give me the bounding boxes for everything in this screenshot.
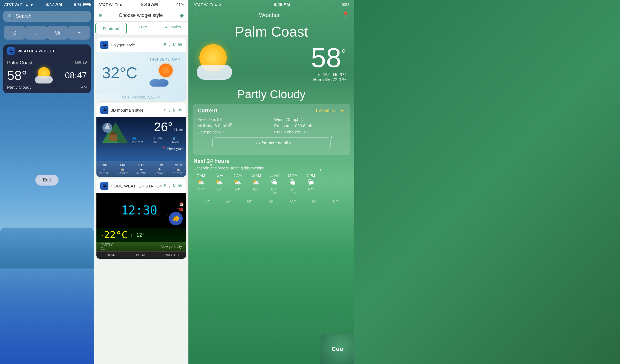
mountain-app-icon: 🌤 <box>100 106 108 114</box>
mountain-temp-range: 🌡 29-36° <box>153 136 167 144</box>
polygon-price[interactable]: Buy: $1.99 <box>164 43 182 47</box>
screen2: AT&T Wi-Fi ▲ 8:46 AM 91% ≡ Choose widget… <box>94 0 188 364</box>
station-card[interactable]: 🌤 HOME WEATHER STATION Buy: $1.99 🌧 12:3… <box>96 179 186 259</box>
station-card-header: 🌤 HOME WEATHER STATION Buy: $1.99 <box>96 179 186 193</box>
weather-app-icon: 🌤 <box>7 47 15 55</box>
mountain-price[interactable]: Buy: $1.99 <box>164 108 182 112</box>
s3-next24-desc: Light rain and breezy starting this even… <box>193 166 349 170</box>
s3-bottom-temps: 57° 58° 60° 62° 65° 67° 67° <box>193 198 349 205</box>
hour-now-label: Now <box>212 174 227 178</box>
bottom-temp-2: 58° <box>226 199 231 203</box>
s3-weather-alerts[interactable]: ℹ Weather alerts <box>316 108 345 113</box>
station-nav-forecast[interactable]: FORECAST <box>156 252 186 259</box>
hour-now: Now ⛅ 58° <box>212 174 227 195</box>
weather-ampm-s1: AM <box>81 85 87 89</box>
hour-7am: 7 AM ⛅ 57° <box>193 174 208 195</box>
hour-9am-icon: ⛅ <box>230 179 245 186</box>
station-temp-small: ↓ 12° <box>130 232 145 238</box>
mountain-temp: 26° <box>154 120 173 134</box>
tab-free[interactable]: Free <box>128 22 158 35</box>
station-city-label: New york city <box>116 244 182 249</box>
calc-btn-0[interactable]: 0 <box>4 26 25 40</box>
mountain-name-wrap: 🌤 3D mountain style <box>100 106 143 114</box>
station-therm-icon: 🌡 <box>101 233 104 237</box>
polygon-card-name: Polygon style <box>111 43 135 47</box>
search-bar[interactable]: 🔍 Search <box>3 11 91 22</box>
station-nav-detail[interactable]: DETAIL <box>126 252 156 259</box>
s3-sun-cloud-illustration <box>197 44 240 82</box>
polygon-location: SAN FRANCISCO, 12 PM <box>96 94 186 101</box>
hour-1pm: 1 PM 🌦 67° <box>303 174 318 195</box>
station-nav-home[interactable]: HOME <box>96 252 126 259</box>
hour-10am-icon: ⛅ <box>248 179 263 186</box>
mountain-style-card[interactable]: 🌤 3D mountain style Buy: $1.99 <box>96 103 186 177</box>
carrier-text: AT&T Wi-Fi <box>4 2 23 7</box>
station-date: TUE <box>177 207 183 211</box>
hour-12pm-icon: 🌦 <box>285 179 300 186</box>
hour-1pm-icon: 🌦 <box>303 179 318 186</box>
edit-button[interactable]: Edit <box>35 175 58 186</box>
bottom-temp-3: 60° <box>247 199 253 203</box>
s3-feels-like: Feels like: 58° <box>197 117 268 122</box>
hamburger-icon[interactable]: ≡ <box>99 12 102 19</box>
bottom-temp-1: 57° <box>204 199 210 203</box>
forecast-sun: SUN 🌩 27°/30° <box>155 163 165 175</box>
weather-widget-title: WEATHER WIDGET <box>17 49 55 53</box>
s3-temperature: 58 <box>311 44 341 71</box>
mountain-forecast-bar: THU ☀ 27°/30° FRI ⛅ 27°/30° SAT 🌧 27°/30… <box>96 161 186 177</box>
hour-12pm-label: 12 PM <box>285 174 300 178</box>
s3-condition: Partly Cloudy <box>188 88 354 101</box>
s3-time: 8:49 AM <box>274 2 290 7</box>
s3-status-right: 90% <box>342 2 349 7</box>
s3-carrier: AT&T Wi-Fi <box>193 2 213 7</box>
s2-status-right: 91% <box>176 2 184 7</box>
tab-featured[interactable]: Featured <box>95 23 127 34</box>
location-icon: ➤ <box>30 2 34 7</box>
s3-location-icon[interactable]: 📍 <box>342 11 349 19</box>
calc-btn-plus[interactable]: + <box>68 26 90 40</box>
more-detail-button[interactable]: Click for more detail > <box>212 138 330 148</box>
hour-now-icon: ⛅ <box>212 179 227 186</box>
s3-battery: 90% <box>342 2 349 7</box>
screen2-status-bar: AT&T Wi-Fi ▲ 8:46 AM 91% <box>94 0 188 9</box>
s3-next24-title: Next 24 hours <box>193 158 349 164</box>
mountain-preview: 26° Rain 👥 20Km/h 🌡 29-36° 💧 65% 📍 New y… <box>96 117 186 177</box>
weather-widget-card: 🌤 WEATHER WIDGET Palm Coast Mar 19 58° 0… <box>3 44 91 93</box>
hour-11am: 11 AM 🌦 65° 9% <box>267 174 282 195</box>
mountain-location-label: 📍 New york <box>132 146 183 151</box>
mountain-card-header: 🌤 3D mountain style Buy: $1.99 <box>96 103 186 117</box>
calc-btn-percent[interactable]: % <box>47 26 68 40</box>
forecast-thu: THU ☀ 27°/30° <box>99 163 109 175</box>
time-display: 8:47 AM <box>45 2 62 7</box>
polygon-icon-wrap <box>149 64 174 88</box>
polygon-app-icon: 🌤 <box>100 41 108 49</box>
polygon-name-wrap: 🌤 Polygon style <box>100 41 135 49</box>
s3-wind: Wind: 70 mph N <box>274 117 346 122</box>
s2-time: 8:46 AM <box>141 2 158 7</box>
station-cal-icon: 📅 <box>179 202 183 206</box>
screen3: AT&T Wi-Fi ▲ ➤ 8:49 AM 90% ≡ Weather 📍 P… <box>188 0 354 364</box>
s3-hamburger-icon[interactable]: ≡ <box>193 12 197 18</box>
s2-battery: 91% <box>176 2 184 7</box>
hour-12pm-precip: 11% <box>285 191 300 195</box>
extra-bg-fill <box>354 0 620 364</box>
hour-9am: 9 AM ⛅ 60° <box>230 174 245 195</box>
s3-humidity: Humidity: 72.0 % <box>240 77 346 82</box>
hour-12pm-temp: 67° <box>285 187 300 191</box>
status-left: AT&T Wi-Fi ▲ ➤ <box>4 2 34 7</box>
calc-btn-dot[interactable]: . <box>25 26 47 40</box>
mountain-details: 👥 20Km/h 🌡 29-36° 💧 65% <box>132 136 183 144</box>
diamond-icon: ◆ <box>180 12 184 19</box>
polygon-temp: 32°C <box>102 64 137 82</box>
tab-all-styles[interactable]: All styles <box>158 22 188 35</box>
station-puck-icon: 🐠 <box>169 212 183 225</box>
bottom-temp-7: 67° <box>333 199 339 203</box>
polygon-style-card[interactable]: 🌤 Polygon style Buy: $1.99 32°C THUNDERS… <box>96 38 186 101</box>
weather-city-s1: Palm Coast <box>7 60 33 66</box>
s3-current-section: Current ℹ Weather alerts Feels like: 58°… <box>193 104 350 155</box>
battery-icon <box>83 3 90 6</box>
s3-hourly-forecast: 7 AM ⛅ 57° Now ⛅ 58° 9 AM ⛅ 60° 10 AM ⛅ … <box>193 174 349 198</box>
coo-badge: Coo <box>320 334 354 364</box>
polygon-sun-icon <box>159 64 173 77</box>
station-price[interactable]: Buy: $1.99 <box>164 184 182 188</box>
